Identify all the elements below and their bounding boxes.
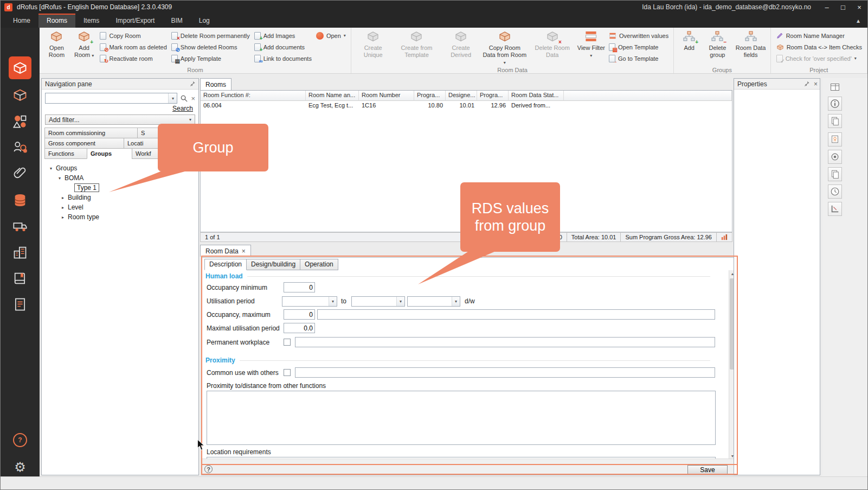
tab-rooms[interactable]: Rooms <box>38 14 75 28</box>
info-icon[interactable] <box>828 97 842 111</box>
copy-room-data-button[interactable]: Copy Room Data from Room ▾ <box>480 29 529 67</box>
column-header[interactable]: Designe... <box>446 91 477 101</box>
area-summary-icon[interactable] <box>716 233 732 241</box>
copy-pages-icon[interactable] <box>828 167 842 181</box>
add-documents-button[interactable]: +Add documents <box>252 42 314 52</box>
subtab-description[interactable]: Description <box>204 259 247 270</box>
utilisation-days-select[interactable]: ▾ <box>407 296 460 307</box>
common-use-note-input[interactable] <box>295 367 715 378</box>
occupancy-minimum-input[interactable] <box>284 282 315 292</box>
tree-collapsed-icon[interactable]: ▸ <box>60 215 66 220</box>
tab-bim[interactable]: BIM <box>163 14 190 28</box>
open-room-button[interactable]: Open Room <box>43 29 70 60</box>
occupancy-maximum-note-input[interactable] <box>317 309 715 320</box>
documents-icon[interactable] <box>828 114 842 128</box>
copy-room-button[interactable]: Copy Room <box>98 30 169 41</box>
tab-log[interactable]: Log <box>191 14 218 28</box>
rooms-tab[interactable]: Rooms <box>200 78 232 90</box>
show-deleted-rooms-button[interactable]: ⊘Show deleted Rooms <box>169 42 252 52</box>
permanent-workplace-note-input[interactable] <box>295 337 715 347</box>
room-data-item-checks-button[interactable]: Room Data <-> Item Checks <box>774 42 864 52</box>
add-room-button[interactable]: + Add Room ▾ <box>70 29 98 60</box>
sidebar-products-button[interactable] <box>1 109 40 133</box>
close-pane-icon[interactable]: × <box>814 80 818 88</box>
sidebar-logistics-button[interactable] <box>1 214 40 238</box>
help-button[interactable]: ? <box>1 428 40 452</box>
collapse-ribbon-icon[interactable]: ▴ <box>849 14 867 28</box>
tree-collapsed-icon[interactable]: ▸ <box>60 195 66 200</box>
room-data-tab[interactable]: Room Data × <box>200 245 251 257</box>
tab-home[interactable]: Home <box>5 14 38 28</box>
tree-collapsed-icon[interactable]: ▸ <box>60 205 66 210</box>
measure-corner-icon[interactable] <box>828 202 842 216</box>
view-filter-button[interactable]: View Filter ▾ <box>576 29 607 60</box>
group-add-button[interactable]: + Add <box>677 29 701 53</box>
column-header[interactable]: Room Data Stat... <box>509 91 564 101</box>
table-row[interactable]: 06.004 Ecg Test, Ecg t... 1C16 10.80 10.… <box>201 101 732 111</box>
link-documents-button[interactable]: ∞Link to documents <box>252 53 314 63</box>
sidebar-bim-button[interactable] <box>1 266 40 290</box>
history-clock-icon[interactable] <box>828 184 842 199</box>
proximity-distance-textarea[interactable] <box>207 391 716 445</box>
close-button[interactable]: × <box>851 1 867 14</box>
maximal-utilisation-period-input[interactable] <box>284 323 315 333</box>
pin-icon[interactable] <box>803 80 811 87</box>
common-use-checkbox[interactable] <box>284 369 291 376</box>
nav-tab-groups[interactable]: Groups <box>87 148 132 159</box>
tree-node-level[interactable]: ▸ Level <box>44 202 196 212</box>
save-button[interactable]: Save <box>687 465 728 474</box>
overwritten-values-button[interactable]: Overwritten values <box>607 30 671 41</box>
tree-expanded-icon[interactable]: ▾ <box>57 176 62 181</box>
open-template-button[interactable]: ▤Open Template <box>607 42 671 52</box>
search-link[interactable]: Search <box>172 105 193 112</box>
column-header[interactable]: Room Name an... <box>306 91 359 101</box>
subtab-operation[interactable]: Operation <box>300 259 338 270</box>
add-images-button[interactable]: +Add Images <box>252 30 314 41</box>
layout-panels-icon[interactable] <box>828 80 842 94</box>
group-delete-button[interactable]: − Delete group <box>701 29 734 60</box>
column-header[interactable]: Room Number <box>359 91 414 101</box>
settings-button[interactable]: ⚙ <box>1 455 40 479</box>
sidebar-rooms-button[interactable] <box>1 56 40 80</box>
sidebar-database-button[interactable] <box>1 188 40 212</box>
maximize-button[interactable]: □ <box>835 1 851 14</box>
close-tab-icon[interactable]: × <box>242 247 246 255</box>
form-help-icon[interactable]: ? <box>204 465 213 473</box>
go-to-template-button[interactable]: →Go to Template <box>607 53 671 63</box>
certificate-icon[interactable] <box>828 132 842 147</box>
nav-tab-gross-component[interactable]: Gross component <box>44 138 124 149</box>
create-unique-button[interactable]: Create Unique <box>355 29 392 60</box>
sidebar-items-button[interactable] <box>1 83 40 107</box>
room-data-fields-button[interactable]: Room Data fields <box>734 29 768 60</box>
utilisation-period-to-select[interactable]: ▾ <box>351 296 405 307</box>
create-from-template-button[interactable]: Create from Template <box>391 29 441 60</box>
sidebar-attachments-button[interactable] <box>1 161 40 185</box>
room-name-manager-button[interactable]: Room Name Manager <box>774 30 864 41</box>
sidebar-reports-button[interactable] <box>1 292 40 316</box>
apply-template-button[interactable]: ▤Apply Template <box>169 53 252 63</box>
delete-room-data-button[interactable]: × Delete Room Data <box>529 29 576 60</box>
sidebar-contacts-button[interactable] <box>1 135 40 159</box>
occupancy-maximum-input[interactable] <box>284 309 315 320</box>
column-header[interactable]: Progra... <box>477 91 509 101</box>
tab-items[interactable]: Items <box>75 14 107 28</box>
search-icon[interactable] <box>180 94 188 103</box>
pin-icon[interactable] <box>189 80 196 87</box>
nav-tab-room-commissioning[interactable]: Room commissioning <box>44 128 138 138</box>
mark-room-deleted-button[interactable]: ⊘Mark room as deleted <box>98 42 169 52</box>
tree-node-room-type[interactable]: ▸ Room type <box>44 212 196 222</box>
chevron-down-icon[interactable]: ▾ <box>168 93 177 103</box>
column-header[interactable]: Room Function #: <box>201 91 306 101</box>
minimize-button[interactable]: – <box>819 1 835 14</box>
sidebar-buildings-button[interactable] <box>1 240 40 264</box>
nav-tab-functions[interactable]: Functions <box>44 148 87 159</box>
open-dropdown-button[interactable]: Open▾ <box>314 30 348 41</box>
create-derived-button[interactable]: Create Derived <box>441 29 480 60</box>
reactivate-room-button[interactable]: ↻Reactivate room <box>98 53 169 63</box>
clear-search-icon[interactable]: × <box>191 94 195 103</box>
delete-room-permanently-button[interactable]: ×Delete Room permanently <box>169 30 252 41</box>
search-input[interactable]: ▾ <box>45 93 177 104</box>
utilisation-period-from-select[interactable]: ▾ <box>282 296 337 307</box>
tab-import-export[interactable]: Import/Export <box>107 14 163 28</box>
stamp-icon[interactable] <box>828 150 842 164</box>
